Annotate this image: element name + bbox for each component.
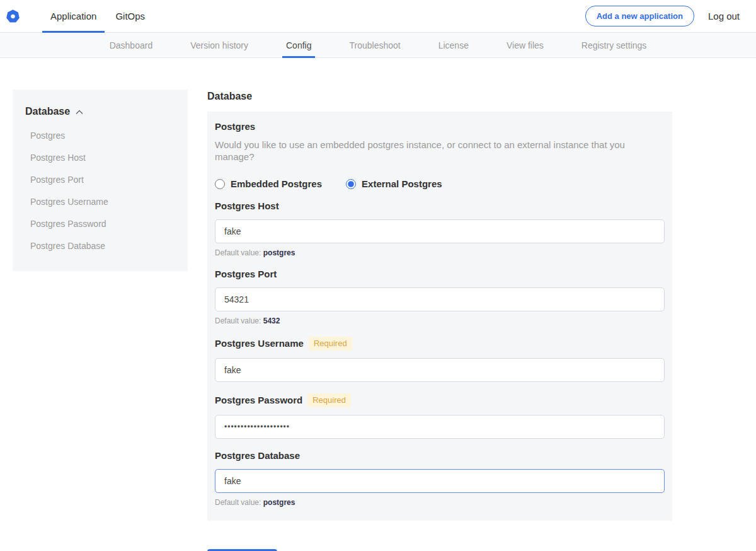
field-postgres-help-text: Would you like to use an embedded postgr… [215, 139, 665, 163]
field-postgres-password: Postgres Password Required [215, 393, 665, 439]
field-postgres-host-label: Postgres Host [215, 200, 665, 212]
radio-external-postgres[interactable]: External Postgres [346, 178, 442, 189]
subnav-dashboard-label: Dashboard [110, 40, 153, 50]
subnav-license-label: License [438, 40, 469, 50]
sidebar-item-list: Postgres Postgres Host Postgres Port Pos… [25, 125, 175, 257]
sidebar-item-postgres-port[interactable]: Postgres Port [30, 169, 175, 191]
subnav-item-view-files[interactable]: View files [507, 33, 544, 57]
postgres-mode-radio-group: Embedded Postgres External Postgres [215, 178, 665, 189]
log-out-link[interactable]: Log out [708, 11, 740, 21]
postgres-database-default-hint: Default value: postgres [215, 498, 665, 507]
subnav-item-registry-settings[interactable]: Registry settings [581, 33, 646, 57]
required-badge: Required [309, 337, 352, 351]
subnav-troubleshoot-label: Troubleshoot [349, 40, 400, 50]
postgres-port-input[interactable] [215, 287, 665, 311]
radio-embedded-postgres[interactable]: Embedded Postgres [215, 178, 322, 189]
field-postgres-host: Postgres Host Default value: postgres [215, 200, 665, 257]
postgres-port-default-hint: Default value: 5432 [215, 316, 665, 325]
subnav-item-troubleshoot[interactable]: Troubleshoot [349, 33, 400, 57]
subnav-registry-settings-label: Registry settings [581, 40, 646, 50]
postgres-database-input[interactable] [215, 469, 665, 493]
postgres-password-input[interactable] [215, 415, 665, 439]
radio-external-postgres-label: External Postgres [362, 178, 442, 189]
tab-application-label: Application [50, 11, 96, 21]
radio-embedded-postgres-label: Embedded Postgres [231, 178, 322, 189]
postgres-host-input[interactable] [215, 219, 665, 243]
sidebar-item-postgres-database[interactable]: Postgres Database [30, 235, 175, 257]
default-prefix: Default value: [215, 316, 261, 325]
field-postgres-username-label: Postgres Username Required [215, 337, 665, 351]
default-prefix: Default value: [215, 248, 261, 257]
config-page: Database Postgres Postgres Host Postgres… [0, 58, 756, 551]
top-bar: Application GitOps Add a new application… [0, 0, 756, 33]
subnav-item-dashboard[interactable]: Dashboard [110, 33, 153, 57]
sidebar-group-database[interactable]: Database [25, 106, 175, 117]
required-badge: Required [307, 393, 351, 407]
subnav-view-files-label: View files [507, 40, 544, 50]
config-form-section: Database Postgres Would you like to use … [207, 90, 672, 551]
add-new-application-button[interactable]: Add a new application [585, 6, 694, 26]
config-sidebar: Database Postgres Postgres Host Postgres… [13, 90, 188, 271]
chevron-up-icon [76, 110, 83, 115]
subnav-item-version-history[interactable]: Version history [190, 33, 248, 57]
subnav-item-config[interactable]: Config [286, 33, 311, 57]
default-value: postgres [263, 248, 295, 257]
field-postgres-username: Postgres Username Required [215, 337, 665, 382]
sidebar-item-postgres-password[interactable]: Postgres Password [30, 213, 175, 235]
field-postgres: Postgres Would you like to use an embedd… [215, 121, 665, 189]
field-postgres-database: Postgres Database Default value: postgre… [215, 450, 665, 507]
tab-application[interactable]: Application [41, 0, 106, 32]
postgres-username-label-text: Postgres Username [215, 338, 304, 349]
field-postgres-label: Postgres [215, 121, 665, 132]
postgres-password-label-text: Postgres Password [215, 395, 302, 406]
admin-console-screen: Application GitOps Add a new application… [0, 0, 756, 551]
default-prefix: Default value: [215, 498, 261, 507]
radio-external-postgres-input[interactable] [346, 179, 356, 189]
app-subnav: Dashboard Version history Config Trouble… [0, 33, 756, 58]
postgres-host-default-hint: Default value: postgres [215, 248, 665, 257]
postgres-username-input[interactable] [215, 358, 665, 382]
default-value: 5432 [263, 316, 280, 325]
sidebar-item-postgres-username[interactable]: Postgres Username [30, 191, 175, 213]
sidebar-item-postgres[interactable]: Postgres [30, 125, 175, 147]
config-group-panel: Postgres Would you like to use an embedd… [207, 112, 672, 521]
field-postgres-password-label: Postgres Password Required [215, 393, 665, 407]
sidebar-item-postgres-host[interactable]: Postgres Host [30, 147, 175, 169]
app-logo [0, 0, 20, 32]
primary-tabs: Application GitOps [41, 0, 154, 32]
tab-gitops[interactable]: GitOps [106, 0, 154, 32]
subnav-item-license[interactable]: License [438, 33, 469, 57]
tab-gitops-label: GitOps [115, 11, 145, 21]
subnav-config-label: Config [286, 40, 311, 50]
radio-embedded-postgres-input[interactable] [215, 179, 225, 189]
field-postgres-database-label: Postgres Database [215, 450, 665, 461]
field-postgres-port-label: Postgres Port [215, 269, 665, 280]
kots-logo-icon [6, 9, 20, 23]
sidebar-group-database-label: Database [25, 106, 70, 117]
topbar-actions: Add a new application Log out [585, 0, 756, 32]
default-value: postgres [263, 498, 295, 507]
section-title: Database [207, 91, 672, 102]
subnav-version-history-label: Version history [190, 40, 248, 50]
field-postgres-port: Postgres Port Default value: 5432 [215, 269, 665, 325]
